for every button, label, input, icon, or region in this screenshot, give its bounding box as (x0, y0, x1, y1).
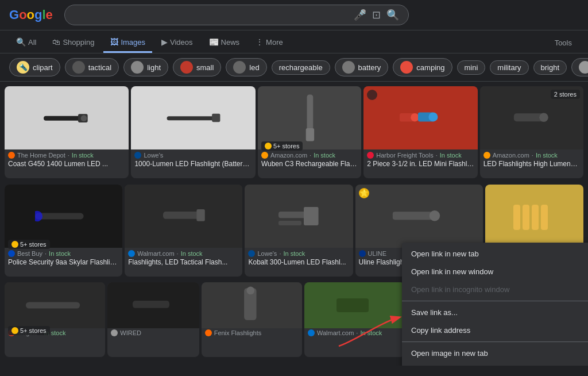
search-bar: flashlights 🎤 ⊡ 🔍 (64, 5, 409, 25)
search-input[interactable]: flashlights (74, 10, 349, 20)
svg-point-10 (429, 112, 438, 121)
nav-shopping-label: Shopping (63, 38, 94, 47)
context-divider-1 (402, 301, 588, 301)
nav-shopping[interactable]: 🛍 Shopping (45, 33, 101, 53)
stores-badge: 2 stores (551, 90, 580, 99)
filter-torch[interactable]: torch (571, 58, 588, 76)
images-icon: 🖼 (110, 37, 118, 47)
image-card[interactable]: The Home Depot · In stock Coast G450 140… (5, 86, 129, 178)
image-card[interactable]: Lowe's 1000-Lumen LED Flashlight (Batter… (131, 86, 255, 178)
svg-rect-15 (163, 212, 200, 219)
image-card[interactable]: 5+ stores Best Buy · In stock Police Sec… (5, 185, 122, 277)
filter-bar: 🔦 clipart tactical light small led recha… (0, 53, 588, 82)
nav-tools[interactable]: Tools (548, 34, 579, 52)
nav-videos[interactable]: ▶ Videos (154, 33, 200, 53)
nav-all-label: All (28, 38, 36, 47)
image-card-context[interactable]: Harbor Freight Tools · In stock 2 Piece … (363, 86, 477, 178)
image-card[interactable]: Walmart.com · In stock Flashlights, LED … (125, 185, 242, 277)
nav-all[interactable]: 🔍 All (9, 33, 43, 53)
svg-rect-19 (278, 221, 301, 225)
filter-battery[interactable]: battery (335, 58, 389, 76)
nav-bar: 🔍 All 🛍 Shopping 🖼 Images ▶ Videos 📰 New… (0, 30, 588, 53)
header: Google flashlights 🎤 ⊡ 🔍 (0, 0, 588, 30)
context-divider-2 (402, 342, 588, 342)
svg-rect-18 (304, 207, 319, 225)
svg-rect-24 (532, 205, 539, 230)
nav-images-label: Images (121, 38, 145, 47)
svg-rect-25 (541, 205, 548, 230)
select-checkbox-2[interactable]: ⭐ (359, 188, 369, 198)
context-open-image[interactable]: Open image in new tab (402, 344, 588, 362)
more-icon: ⋮ (256, 37, 264, 47)
filter-rechargeable[interactable]: rechargeable (272, 60, 330, 75)
svg-rect-0 (44, 116, 82, 121)
context-open-new-window[interactable]: Open link in new window (402, 263, 588, 281)
filter-small[interactable]: small (173, 58, 221, 76)
filter-led[interactable]: led (226, 58, 266, 76)
context-save-link[interactable]: Save link as... (402, 304, 588, 321)
svg-rect-20 (393, 212, 435, 220)
grid-row-1: The Home Depot · In stock Coast G450 140… (5, 86, 583, 182)
store-badge: 5+ stores (8, 240, 50, 249)
svg-point-29 (247, 287, 255, 295)
svg-rect-22 (513, 205, 520, 230)
svg-rect-30 (336, 298, 369, 312)
nav-news[interactable]: 📰 News (202, 33, 247, 53)
image-card[interactable]: Fenix Flashlights (202, 282, 302, 357)
context-open-incognito: Open link in incognito window (402, 281, 588, 298)
shopping-icon: 🛍 (52, 37, 60, 47)
lens-search-button[interactable]: ⊡ (372, 9, 381, 21)
nav-images[interactable]: 🖼 Images (103, 33, 152, 53)
image-card[interactable]: Walmart.com · In stock (304, 282, 405, 357)
svg-rect-16 (196, 209, 204, 221)
videos-icon: ▶ (161, 37, 168, 47)
svg-point-12 (539, 113, 548, 122)
image-card[interactable]: 5+ stores Amazon.com · In stock Wuben C3… (258, 86, 361, 178)
image-card[interactable]: Lowe's · In stock Kobalt 300-Lumen LED F… (245, 185, 353, 277)
context-menu: Open link in new tab Open link in new wi… (402, 243, 588, 366)
filter-mini[interactable]: mini (457, 60, 486, 75)
svg-rect-6 (306, 128, 314, 141)
svg-rect-26 (26, 302, 80, 309)
store-badge: 5+ stores (8, 326, 50, 335)
filter-light[interactable]: light (123, 58, 168, 76)
search-icons: 🎤 ⊡ 🔍 (354, 9, 399, 21)
search-button[interactable]: 🔍 (386, 9, 399, 21)
svg-rect-4 (212, 114, 220, 122)
svg-rect-3 (167, 116, 216, 120)
filter-bright[interactable]: bright (533, 60, 567, 75)
context-save-image[interactable]: Save image as... (402, 362, 588, 366)
filter-camping[interactable]: camping (393, 58, 452, 76)
svg-rect-27 (133, 301, 169, 308)
nav-news-label: News (221, 38, 240, 47)
context-copy-link[interactable]: Copy link address (402, 321, 588, 339)
svg-point-2 (81, 115, 87, 121)
image-card[interactable]: 5+ stores Maglite · In stock (5, 282, 105, 357)
google-logo: Google (9, 7, 53, 22)
nav-more-label: More (266, 38, 283, 47)
filter-clipart[interactable]: 🔦 clipart (9, 58, 60, 76)
svg-point-8 (411, 113, 419, 121)
news-icon: 📰 (209, 37, 219, 47)
voice-search-button[interactable]: 🎤 (354, 9, 366, 21)
store-badge: 5+ stores (261, 141, 303, 151)
filter-military[interactable]: military (490, 60, 528, 75)
filter-tactical[interactable]: tactical (65, 58, 119, 76)
nav-videos-label: Videos (170, 38, 193, 47)
svg-point-21 (429, 210, 439, 221)
svg-point-14 (35, 210, 42, 221)
nav-more[interactable]: ⋮ More (249, 33, 290, 53)
image-card[interactable]: 2 stores Amazon.com · In stock LED Flash… (480, 86, 583, 178)
context-open-new-tab[interactable]: Open link in new tab (402, 245, 588, 263)
image-card[interactable]: WIRED (107, 282, 199, 357)
svg-rect-23 (523, 205, 529, 230)
all-icon: 🔍 (16, 37, 26, 47)
